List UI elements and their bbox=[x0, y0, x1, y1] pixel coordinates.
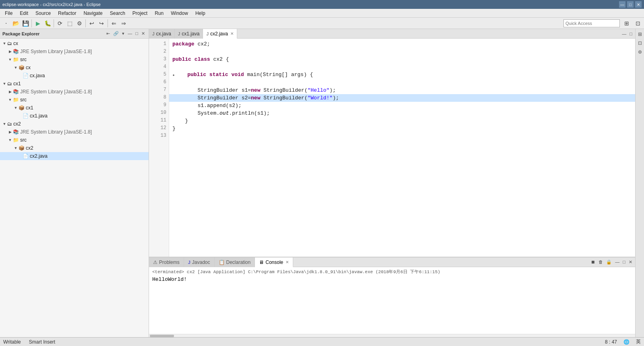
java-icon-cx2: J bbox=[206, 31, 209, 36]
console-output-area: <terminated> cx2 [Java Application] C:\P… bbox=[149, 267, 635, 334]
debug-button[interactable]: 🐛 bbox=[43, 19, 52, 28]
maximize-button[interactable]: □ bbox=[627, 1, 634, 8]
tree-pkg-cx1[interactable]: ▼ 📦 cx1 bbox=[0, 104, 149, 112]
tab-console[interactable]: 🖥 Console ✕ bbox=[255, 257, 293, 267]
scrollbar-thumb[interactable] bbox=[150, 335, 174, 337]
menu-run[interactable]: Run bbox=[151, 10, 167, 17]
title-bar-controls[interactable]: — □ ✕ bbox=[619, 1, 642, 8]
menu-file[interactable]: File bbox=[2, 10, 16, 17]
arrow-pkg-cx2: ▼ bbox=[13, 146, 19, 150]
arrow-cx2: ▼ bbox=[2, 122, 7, 126]
bottom-close-icon[interactable]: ✕ bbox=[627, 259, 634, 265]
link-with-editor-icon[interactable]: 🔗 bbox=[112, 31, 120, 37]
menu-help[interactable]: Help bbox=[192, 10, 209, 17]
bottom-maximize-icon[interactable]: □ bbox=[621, 259, 627, 265]
jre-icon-cx2: 📚 bbox=[13, 129, 19, 135]
quick-access-input[interactable] bbox=[563, 19, 620, 27]
tree-jre-cx2[interactable]: ▶ 📚 JRE System Library [JavaSE-1.8] bbox=[0, 128, 149, 136]
menu-search[interactable]: Search bbox=[107, 10, 128, 17]
label-pkg-cx2: cx2 bbox=[26, 145, 33, 151]
right-sidebar-btn-3[interactable]: ⊛ bbox=[636, 48, 644, 56]
open-perspective-button[interactable]: ⊞ bbox=[622, 19, 631, 28]
jre-icon-cx: 📚 bbox=[13, 49, 19, 54]
editor-area: J cx.java J cx1.java J cx2.java ✕ — □ bbox=[149, 29, 635, 257]
tree-file-cxjava[interactable]: 📄 cx.java bbox=[0, 72, 149, 80]
toolbar-btn-6[interactable]: ↩ bbox=[87, 19, 96, 28]
toolbar-separator-3 bbox=[85, 19, 86, 27]
toolbar-btn-9[interactable]: ⇒ bbox=[119, 19, 128, 28]
status-right: 8 : 47 🌐 英 bbox=[605, 338, 641, 345]
tree-jre-cx[interactable]: ▶ 📚 JRE System Library [JavaSE-1.8] bbox=[0, 47, 149, 56]
tree-file-cx1java[interactable]: 📄 cx1.java bbox=[0, 112, 149, 120]
toolbar-btn-8[interactable]: ⇐ bbox=[110, 19, 118, 28]
label-jre-cx1: JRE System Library [JavaSE-1.8] bbox=[20, 89, 92, 95]
src-icon-cx1: 📁 bbox=[13, 97, 19, 103]
project-icon-cx2: 🗂 bbox=[7, 121, 12, 127]
menu-navigate[interactable]: Navigate bbox=[80, 10, 106, 17]
maximize-editor-icon[interactable]: □ bbox=[628, 31, 634, 37]
code-content[interactable]: package cx2; public class cx2 { ⬥ public… bbox=[169, 39, 635, 257]
tab-cx2java[interactable]: J cx2.java ✕ bbox=[203, 29, 237, 39]
toolbar-btn-7[interactable]: ↪ bbox=[97, 19, 106, 28]
menu-edit[interactable]: Edit bbox=[17, 10, 31, 17]
minimize-panel-icon[interactable]: — bbox=[126, 31, 133, 37]
status-lang-icon: 🌐 bbox=[623, 339, 630, 345]
toolbar-btn-5[interactable]: ⚙ bbox=[75, 19, 84, 28]
code-editor[interactable]: 1 2 3 4 5 6 7 8 9 10 11 12 13 package cx… bbox=[149, 39, 635, 257]
minimize-button[interactable]: — bbox=[619, 1, 625, 8]
tab-cx1java[interactable]: J cx1.java bbox=[175, 29, 203, 39]
close-button[interactable]: ✕ bbox=[635, 1, 642, 8]
horizontal-scrollbar[interactable] bbox=[149, 334, 635, 337]
close-panel-icon[interactable]: ✕ bbox=[140, 31, 146, 37]
run-button[interactable]: ▶ bbox=[33, 19, 42, 28]
console-scroll-lock-icon[interactable]: 🔒 bbox=[605, 259, 613, 265]
tree-src-cx[interactable]: ▼ 📁 src bbox=[0, 56, 149, 64]
tab-declaration[interactable]: 📋 Declaration bbox=[215, 257, 255, 267]
console-terminate-icon[interactable]: ⏹ bbox=[590, 259, 596, 265]
arrow-src-cx1: ▼ bbox=[7, 98, 13, 102]
status-position: 8 : 47 bbox=[605, 339, 617, 345]
bottom-tab-controls: ⏹ 🗑 🔒 — □ ✕ bbox=[590, 259, 635, 265]
minimize-editor-icon[interactable]: — bbox=[621, 31, 627, 37]
title-bar: eclipse-workspace - cx2/src/cx2/cx2.java… bbox=[0, 0, 644, 9]
tree-project-cx[interactable]: ▼ 🗂 cx bbox=[0, 39, 149, 47]
maximize-panel-icon[interactable]: □ bbox=[134, 31, 139, 37]
perspective-btn[interactable]: ⊡ bbox=[634, 19, 642, 28]
tree-src-cx1[interactable]: ▼ 📁 src bbox=[0, 96, 149, 104]
tab-cxjava[interactable]: J cx.java bbox=[149, 29, 175, 39]
src-icon-cx2: 📁 bbox=[13, 137, 19, 143]
menu-project[interactable]: Project bbox=[129, 10, 151, 17]
collapse-all-icon[interactable]: ⇤ bbox=[105, 31, 111, 37]
arrow-pkg-cx: ▼ bbox=[13, 66, 19, 70]
tree-pkg-cx2[interactable]: ▼ 📦 cx2 bbox=[0, 144, 149, 152]
right-sidebar-btn-1[interactable]: ⊞ bbox=[636, 31, 644, 38]
save-button[interactable]: 💾 bbox=[21, 19, 30, 28]
menu-source[interactable]: Source bbox=[32, 10, 54, 17]
new-button[interactable]: ⬝ bbox=[2, 19, 10, 28]
toolbar-btn-4[interactable]: ⬚ bbox=[65, 19, 74, 28]
tree-src-cx2[interactable]: ▼ 📁 src bbox=[0, 136, 149, 144]
tree-project-cx1[interactable]: ▼ 🗂 cx1 bbox=[0, 80, 149, 88]
label-cx1: cx1 bbox=[13, 81, 21, 86]
label-cx: cx bbox=[13, 41, 18, 46]
console-icon: 🖥 bbox=[259, 260, 264, 265]
toolbar-btn-3[interactable]: ⟳ bbox=[56, 19, 64, 28]
tab-javadoc[interactable]: J Javadoc bbox=[184, 257, 215, 267]
tree-jre-cx1[interactable]: ▶ 📚 JRE System Library [JavaSE-1.8] bbox=[0, 88, 149, 96]
tree-file-cx2java[interactable]: 📄 cx2.java bbox=[0, 152, 149, 160]
right-sidebar-btn-2[interactable]: ⊡ bbox=[636, 39, 644, 47]
menu-window[interactable]: Window bbox=[168, 10, 191, 17]
tree-pkg-cx[interactable]: ▼ 📦 cx bbox=[0, 64, 149, 72]
open-button[interactable]: 📂 bbox=[11, 19, 20, 28]
tab-close-console[interactable]: ✕ bbox=[286, 260, 289, 264]
tab-label-problems: Problems bbox=[159, 260, 180, 265]
tab-problems[interactable]: ⚠ Problems bbox=[149, 257, 184, 267]
menu-refactor[interactable]: Refactor bbox=[55, 10, 79, 17]
bottom-minimize-icon[interactable]: — bbox=[614, 259, 621, 265]
tree-project-cx2[interactable]: ▼ 🗂 cx2 bbox=[0, 120, 149, 128]
tab-close-cx2java[interactable]: ✕ bbox=[230, 31, 234, 36]
quick-access-area: ⊞ ⊡ bbox=[563, 19, 642, 28]
menu-bar: File Edit Source Refactor Navigate Searc… bbox=[0, 9, 644, 18]
sidebar-menu-icon[interactable]: ▾ bbox=[121, 31, 126, 37]
console-clear-icon[interactable]: 🗑 bbox=[597, 259, 604, 265]
